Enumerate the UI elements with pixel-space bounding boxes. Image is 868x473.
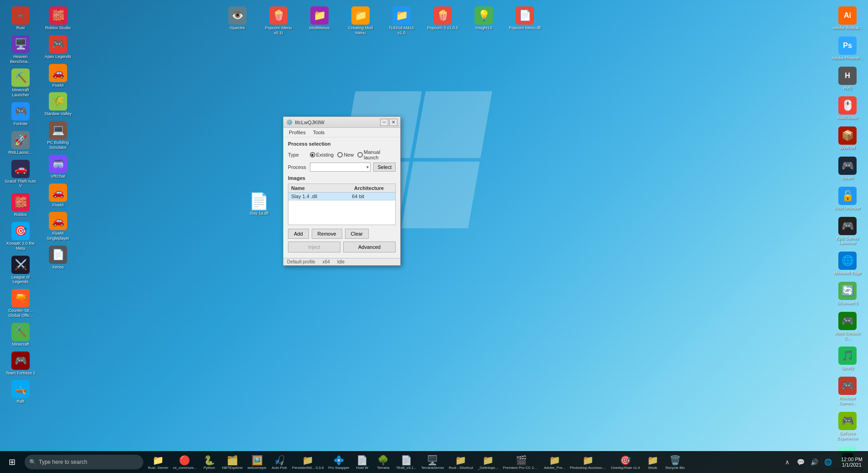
search-icon: 🔍 [29,459,36,465]
taskbar: ⊞ 🔍 Type here to search 📁 Rust -Server 🔴… [0,451,868,473]
taskbar-item-tedit[interactable]: 📄 TEdit_v3.1... [394,452,418,472]
desktop-icon-fivemsp[interactable]: 🚗 FiveM Singleplayer [40,210,76,243]
inject-button[interactable]: Inject [288,242,340,252]
desktop-icon-kova[interactable]: 🎯 KovaaK 2.0 the Meta [2,220,39,253]
desktop-icon-popcorndll[interactable]: 📄 Popcorn Menu.dll [507,5,543,32]
clear-button[interactable]: Clear [345,229,369,239]
desktop-icon-spectre[interactable]: 👁️ iSpectre [219,5,256,32]
desktop-icon-stardew[interactable]: 🌾 Stardew Valley [40,90,76,118]
select-button[interactable]: Select [373,163,396,172]
taskbar-item-adobe-pre[interactable]: 📁 Adobe_Pre... [542,452,567,472]
desktop-icon-steam[interactable]: 🎮 Steam [829,155,866,183]
desktop-icon-modmenus[interactable]: 📁 ModMenus [301,5,338,32]
taskbar-item-vs[interactable]: 🔴 vs_communi... [171,452,199,472]
radio-manual[interactable]: Manual launch [357,149,396,160]
taskbar-item-proswapper[interactable]: 💠 Pro Swapper [326,452,351,472]
desktop-icon-spotify[interactable]: 🎵 Spotify [829,345,866,373]
tray-msg[interactable]: 💬 [795,453,807,471]
tray-network[interactable]: 🌐 [822,453,835,471]
desktop-icon-gconvert[interactable]: 🔄 GConvert 5 [829,280,866,308]
process-select[interactable]: ▼ [310,163,371,172]
desktop-icon-msedge[interactable]: 🌐 Microsoft Edge [829,250,866,278]
desktop-icon-insight[interactable]: 💡 Insight13 [465,5,502,32]
desktop-icon-winrar[interactable]: 📦 WinRAR [829,125,866,152]
advanced-button[interactable]: Advanced [343,242,396,252]
images-section: Name Architecture Slay 1.4 .dll 64 bit [288,184,396,225]
desktop-icon-geforce[interactable]: 🎮 GeForce Experience [829,410,866,443]
taskbar-item-ps-accessories[interactable]: 📁 Photoshop Accessories [568,452,608,472]
desktop-icon-autoclicker[interactable]: 🖱️ AutoClicker [829,95,866,122]
desktop-icon-iobit[interactable]: 🔓 iObit Unlocker [829,185,866,213]
remove-button[interactable]: Remove [312,229,342,239]
desktop-icon-xbox[interactable]: 🎮 Xbox Console C... [829,310,866,343]
desktop-icons-left: 🎮 Rust 🖥️ Heaven Benchma... ⛏️ Minecraft… [0,0,82,411]
desktop-icon-rmllaunc[interactable]: 🚀 RMLLaonic... [2,129,39,157]
desktop-icon-rockstar[interactable]: 🎮 Rockstar Games... [829,375,866,408]
taskbar-item-terraria-server[interactable]: 🖥️ TerrariaServer [419,452,446,472]
desktop-icon-rust[interactable]: 🎮 Rust [2,5,39,32]
taskbar-item-mods[interactable]: 📁 Mods [643,452,663,472]
desktop-icon-pcbuilding[interactable]: 💻 PC Building Simulator [40,119,76,152]
desktop-icon-tf2[interactable]: 🎮 Team Fortress 2 [2,350,39,378]
desktop-icon-creating[interactable]: 📁 Creating Mod Menu [342,5,379,37]
image-name-0: Slay 1.4 .dll [291,194,352,199]
tray-volume[interactable]: 🔊 [808,453,821,471]
taskbar-item-nbtexplorer[interactable]: 🗂️ NBTExplorer [220,452,245,472]
desktop-icon-f1d3sd[interactable]: 📁 f1d3Sd-M&UI v1.0 [383,5,420,37]
taskbar-item-premiere[interactable]: 🎬 Premiere Pro CC 2020 [501,452,541,472]
taskbar-item-holdw[interactable]: 📄 Hold W [352,452,372,472]
desktop-icon-popcorn3[interactable]: 🍿 Popcorn 3 v1.0.0 [424,5,461,32]
image-row-0[interactable]: Slay 1.4 .dll 64 bit [288,193,395,200]
clock-time: 12:00 PM [841,457,863,462]
file-icon-slay[interactable]: 📄 Slay 1a.dll [242,192,276,215]
desktop-icon-apex[interactable]: 🎮 Apex Legends [40,33,76,61]
desktop-icon-vrchat[interactable]: 🥽 VRChat [40,153,76,181]
clock-date: 1/1/2021 [842,462,862,468]
desktop-icon-epicgames[interactable]: 🎮 Epic Games Launcher [829,215,866,248]
taskbar-item-python[interactable]: 🐍 Python [199,452,219,472]
taskbar-item-persistentw[interactable]: 📁 PersistentW... 0.3.6 [290,452,325,472]
taskbar-item-overlayx[interactable]: 🎯 OverlayXhair v1.4 [609,452,642,472]
image-buttons: Add Remove Clear [288,229,396,239]
desktop-icon-fortnight[interactable]: 🎮 Fortnite [2,100,39,128]
desktop-icon-raft[interactable]: 🛶 Raft [2,378,39,406]
desktop-icon-xenos[interactable]: 📄 Xenos [40,244,76,272]
taskbar-item-terraria[interactable]: 🌳 Terraria [373,452,393,472]
close-button[interactable]: ✕ [389,119,397,126]
menu-tools[interactable]: Tools [309,129,329,136]
col-name: Name [288,184,351,192]
taskbar-item-recycle-bin[interactable]: 🗑️ Recycle Bin [664,452,686,472]
tray-chevron[interactable]: ∧ [781,453,794,471]
taskbar-item-autofish[interactable]: 🎣 Auto Fish [269,452,289,472]
desktop-icon-roblox2[interactable]: 🧱 Roblox [2,191,39,219]
radio-existing[interactable]: Existing [310,152,334,158]
taskbar-search[interactable]: 🔍 Type here to search [25,455,143,469]
taskbar-item-getintopc[interactable]: 📁 _Getintopc... [476,452,500,472]
desktop-icon-minecraft-launcher[interactable]: ⛏️ Minecraft Launcher [2,67,39,100]
desktop-icon-gtav[interactable]: 🚗 Grand Theft Auto V [2,158,39,191]
dialog-controls: ─ ✕ [380,119,397,126]
desktop-icon-fivem[interactable]: 🚗 FiveM [40,182,76,210]
system-tray: ∧ 💬 🔊 🌐 [779,453,837,471]
add-button[interactable]: Add [288,229,309,239]
radio-manual-circle [357,152,363,158]
start-button[interactable]: ⊞ [2,452,22,472]
desktop-icon-roblox[interactable]: 🧱 Roblox Studio [40,5,76,32]
desktop-icon-counter[interactable]: 🔫 Counter-Str... Global Offe... [2,287,39,320]
desktop-icon-heaven[interactable]: 🖥️ Heaven Benchma... [2,33,39,66]
desktop-icon-hvd[interactable]: H HvD [829,65,866,93]
taskbar-item-rust-server[interactable]: 📁 Rust -Server [146,452,170,472]
desktop-icon-ai[interactable]: Ai Adobe Illustrat... [829,5,866,32]
dialog-window: ⚙️ ItlcLwQJKllW ─ ✕ Profiles Tools Proce… [283,116,401,266]
desktop-icon-popcorn[interactable]: 🍿 Popcorn Menu v0.1t [260,5,297,37]
taskbar-clock[interactable]: 12:00 PM 1/1/2021 [837,457,866,468]
taskbar-item-rust-shortcut[interactable]: 📁 Rust - Shortcut [447,452,475,472]
desktop-icon-minecraft[interactable]: ⛏️ Minecraft [2,321,39,349]
menu-profiles[interactable]: Profiles [285,129,309,136]
taskbar-item-welcomepic[interactable]: 🖼️ welcomepic [246,452,268,472]
desktop-icon-ps[interactable]: Ps Adobe Photosh... [829,35,866,63]
desktop-icon-fivem2[interactable]: 🚗 FiveM [40,62,76,90]
radio-new[interactable]: New [337,152,354,158]
minimize-button[interactable]: ─ [380,119,388,126]
desktop-icon-lol[interactable]: ⚔️ League of Legends [2,254,39,287]
